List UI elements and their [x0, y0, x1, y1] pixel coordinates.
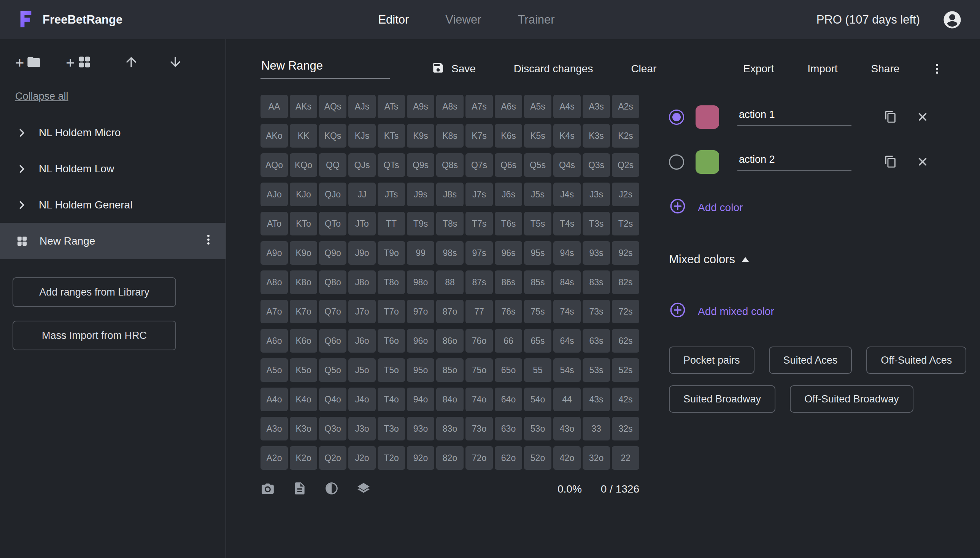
matrix-cell-AQs[interactable]: AQs	[319, 95, 346, 118]
matrix-cell-52o[interactable]: 52o	[524, 446, 551, 470]
matrix-cell-Q8o[interactable]: Q8o	[319, 271, 346, 294]
matrix-cell-A8o[interactable]: A8o	[261, 271, 288, 294]
matrix-cell-K2s[interactable]: K2s	[612, 124, 639, 148]
matrix-cell-A4s[interactable]: A4s	[553, 95, 581, 118]
matrix-cell-K9o[interactable]: K9o	[290, 241, 317, 265]
matrix-cell-85o[interactable]: 85o	[436, 358, 464, 382]
matrix-cell-62o[interactable]: 62o	[495, 446, 522, 470]
matrix-cell-QJo[interactable]: QJo	[319, 182, 346, 206]
matrix-cell-Q6o[interactable]: Q6o	[319, 329, 346, 353]
matrix-cell-KTs[interactable]: KTs	[378, 124, 405, 148]
matrix-cell-J7o[interactable]: J7o	[348, 300, 376, 323]
matrix-cell-Q7o[interactable]: Q7o	[319, 300, 346, 323]
action-name-input[interactable]	[737, 154, 851, 171]
matrix-cell-QQ[interactable]: QQ	[319, 153, 346, 177]
preset-off-suited-aces[interactable]: Off-Suited Aces	[866, 346, 966, 374]
matrix-cell-32s[interactable]: 32s	[612, 417, 639, 440]
matrix-cell-J8o[interactable]: J8o	[348, 271, 376, 294]
matrix-cell-87o[interactable]: 87o	[436, 300, 464, 323]
matrix-cell-Q3o[interactable]: Q3o	[319, 417, 346, 440]
share-button[interactable]: Share	[869, 62, 902, 75]
screenshot-button[interactable]	[261, 481, 275, 497]
discard-changes-button[interactable]: Discard changes	[511, 62, 595, 75]
add-folder-button[interactable]: +	[15, 54, 41, 71]
delete-action-button[interactable]	[916, 110, 929, 125]
matrix-cell-22[interactable]: 22	[612, 446, 639, 470]
matrix-cell-ATs[interactable]: ATs	[378, 95, 405, 118]
matrix-cell-65o[interactable]: 65o	[495, 358, 522, 382]
matrix-cell-88[interactable]: 88	[436, 271, 464, 294]
matrix-cell-J5o[interactable]: J5o	[348, 358, 376, 382]
matrix-cell-95s[interactable]: 95s	[524, 241, 551, 265]
matrix-cell-93o[interactable]: 93o	[407, 417, 434, 440]
matrix-cell-62s[interactable]: 62s	[612, 329, 639, 353]
matrix-cell-32o[interactable]: 32o	[583, 446, 610, 470]
matrix-cell-T6s[interactable]: T6s	[495, 212, 522, 235]
matrix-cell-86o[interactable]: 86o	[436, 329, 464, 353]
add-color-link[interactable]: Add color	[669, 197, 966, 218]
matrix-cell-KJo[interactable]: KJo	[290, 182, 317, 206]
matrix-cell-84s[interactable]: 84s	[553, 271, 581, 294]
matrix-cell-T8o[interactable]: T8o	[378, 271, 405, 294]
matrix-cell-99[interactable]: 99	[407, 241, 434, 265]
matrix-cell-53o[interactable]: 53o	[524, 417, 551, 440]
matrix-cell-JTs[interactable]: JTs	[378, 182, 405, 206]
matrix-cell-63s[interactable]: 63s	[583, 329, 610, 353]
app-logo[interactable]: FreeBetRange	[18, 10, 123, 30]
folder-nl-holdem-low[interactable]: NL Holdem Low	[0, 151, 226, 187]
matrix-cell-65s[interactable]: 65s	[524, 329, 551, 353]
matrix-cell-JJ[interactable]: JJ	[348, 182, 376, 206]
export-button[interactable]: Export	[741, 62, 776, 75]
mixed-colors-header[interactable]: Mixed colors	[669, 253, 966, 266]
matrix-cell-A9s[interactable]: A9s	[407, 95, 434, 118]
matrix-cell-AQo[interactable]: AQo	[261, 153, 288, 177]
matrix-cell-T2o[interactable]: T2o	[378, 446, 405, 470]
action-radio[interactable]	[669, 154, 684, 170]
matrix-cell-83s[interactable]: 83s	[583, 271, 610, 294]
matrix-cell-QJs[interactable]: QJs	[348, 153, 376, 177]
matrix-cell-Q5o[interactable]: Q5o	[319, 358, 346, 382]
text-view-button[interactable]	[292, 481, 307, 497]
matrix-cell-73o[interactable]: 73o	[465, 417, 493, 440]
matrix-cell-A3s[interactable]: A3s	[583, 95, 610, 118]
matrix-cell-A6o[interactable]: A6o	[261, 329, 288, 353]
matrix-cell-AJo[interactable]: AJo	[261, 182, 288, 206]
tab-viewer[interactable]: Viewer	[445, 13, 481, 26]
matrix-cell-J3s[interactable]: J3s	[583, 182, 610, 206]
matrix-cell-KJs[interactable]: KJs	[348, 124, 376, 148]
add-range-button[interactable]: +	[66, 55, 91, 71]
matrix-cell-T7o[interactable]: T7o	[378, 300, 405, 323]
matrix-cell-43s[interactable]: 43s	[583, 387, 610, 411]
tab-editor[interactable]: Editor	[378, 13, 409, 26]
matrix-cell-44[interactable]: 44	[553, 387, 581, 411]
action-radio[interactable]	[669, 110, 684, 125]
matrix-cell-75s[interactable]: 75s	[524, 300, 551, 323]
collapse-all-link[interactable]: Collapse all	[15, 90, 69, 102]
matrix-cell-T9o[interactable]: T9o	[378, 241, 405, 265]
matrix-cell-J9s[interactable]: J9s	[407, 182, 434, 206]
preset-pocket-pairs[interactable]: Pocket pairs	[669, 346, 754, 374]
matrix-cell-A6s[interactable]: A6s	[495, 95, 522, 118]
matrix-cell-J4s[interactable]: J4s	[553, 182, 581, 206]
matrix-cell-97s[interactable]: 97s	[465, 241, 493, 265]
matrix-cell-K5o[interactable]: K5o	[290, 358, 317, 382]
duplicate-action-button[interactable]	[884, 110, 897, 125]
matrix-cell-T3s[interactable]: T3s	[583, 212, 610, 235]
matrix-cell-87s[interactable]: 87s	[465, 271, 493, 294]
matrix-cell-94s[interactable]: 94s	[553, 241, 581, 265]
matrix-cell-96s[interactable]: 96s	[495, 241, 522, 265]
matrix-cell-A7s[interactable]: A7s	[465, 95, 493, 118]
matrix-cell-J3o[interactable]: J3o	[348, 417, 376, 440]
matrix-cell-J9o[interactable]: J9o	[348, 241, 376, 265]
matrix-cell-72s[interactable]: 72s	[612, 300, 639, 323]
matrix-cell-76s[interactable]: 76s	[495, 300, 522, 323]
matrix-cell-QTs[interactable]: QTs	[378, 153, 405, 177]
matrix-cell-T5s[interactable]: T5s	[524, 212, 551, 235]
matrix-cell-64o[interactable]: 64o	[495, 387, 522, 411]
matrix-cell-72o[interactable]: 72o	[465, 446, 493, 470]
matrix-cell-Q9o[interactable]: Q9o	[319, 241, 346, 265]
matrix-cell-T3o[interactable]: T3o	[378, 417, 405, 440]
matrix-cell-98o[interactable]: 98o	[407, 271, 434, 294]
matrix-cell-A9o[interactable]: A9o	[261, 241, 288, 265]
add-ranges-from-library-button[interactable]: Add ranges from Library	[13, 277, 176, 307]
